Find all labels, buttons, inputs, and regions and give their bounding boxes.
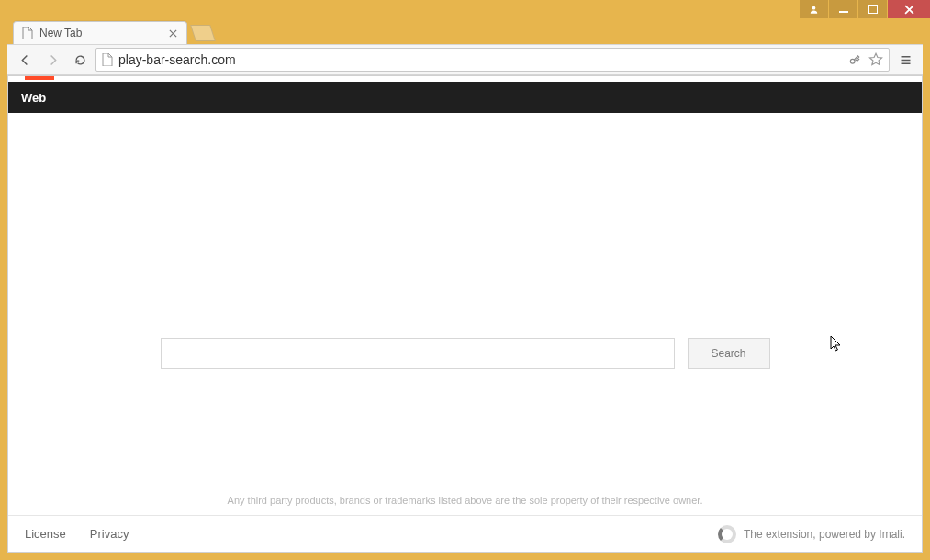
bookmark-star-button[interactable] <box>868 52 883 67</box>
svg-point-3 <box>850 59 855 63</box>
page-viewport: Web Search Any third party products, bra… <box>7 75 923 553</box>
loading-spinner-icon <box>718 525 736 543</box>
arrow-left-icon <box>18 53 32 67</box>
maximize-icon <box>868 5 878 14</box>
tab-close-button[interactable] <box>166 27 179 39</box>
footer-right: The extension, powered by Imali. <box>718 525 905 543</box>
user-icon <box>809 5 819 15</box>
document-icon <box>102 53 113 66</box>
browser-toolbar <box>7 44 923 75</box>
svg-rect-1 <box>839 11 848 13</box>
window-user-button[interactable] <box>800 0 828 18</box>
disclaimer-text: Any third party products, brands or trad… <box>8 489 922 515</box>
new-tab-button[interactable] <box>190 25 216 41</box>
menu-button[interactable] <box>893 48 917 72</box>
page-main: Search Any third party products, brands … <box>8 117 922 552</box>
window-close-button[interactable] <box>888 0 930 18</box>
page-footer: License Privacy The extension, powered b… <box>8 515 922 552</box>
window-minimize-button[interactable] <box>829 0 857 18</box>
svg-rect-2 <box>868 5 878 14</box>
tab-title: New Tab <box>39 27 166 39</box>
svg-point-0 <box>812 6 816 9</box>
reload-icon <box>73 53 87 67</box>
tab-new-tab[interactable]: New Tab <box>13 21 187 44</box>
close-icon <box>904 5 914 15</box>
close-icon <box>169 29 177 38</box>
search-area: Search <box>8 117 922 489</box>
omnibox-actions <box>848 52 883 67</box>
footer-license-link[interactable]: License <box>25 527 66 541</box>
footer-powered-text: The extension, powered by Imali. <box>744 528 905 541</box>
address-input[interactable] <box>118 52 843 67</box>
search-box[interactable] <box>161 338 675 369</box>
footer-links: License Privacy <box>25 527 129 541</box>
back-button[interactable] <box>13 48 37 72</box>
document-icon <box>21 27 34 39</box>
address-bar[interactable] <box>95 48 890 72</box>
forward-button[interactable] <box>40 48 64 72</box>
arrow-right-icon <box>46 53 60 67</box>
tab-strip: New Tab <box>0 20 930 44</box>
page-nav-bar: Web <box>8 82 922 113</box>
search-input[interactable] <box>162 339 674 368</box>
window-maximize-button[interactable] <box>858 0 887 18</box>
saved-passwords-icon[interactable] <box>848 53 861 66</box>
nav-web-tab[interactable]: Web <box>21 91 46 105</box>
brand-accent <box>25 76 54 80</box>
footer-privacy-link[interactable]: Privacy <box>90 527 129 541</box>
window-titlebar <box>0 0 930 20</box>
reload-button[interactable] <box>68 48 92 72</box>
search-button[interactable]: Search <box>688 338 770 369</box>
hamburger-icon <box>899 53 913 67</box>
minimize-icon <box>839 5 848 14</box>
